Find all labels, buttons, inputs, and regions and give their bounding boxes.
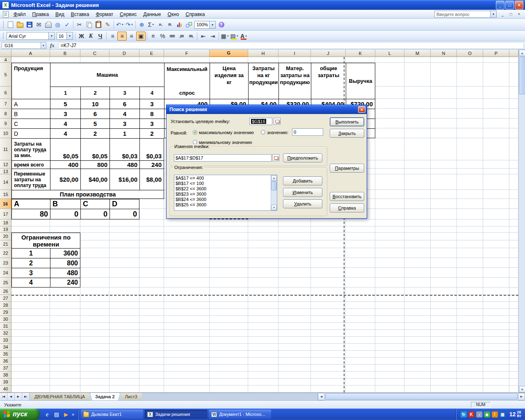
grid-cell[interactable] xyxy=(278,219,311,226)
taskbar-clock[interactable]: 12 28 Вт xyxy=(507,411,521,418)
grid-cell[interactable] xyxy=(404,109,431,119)
grid-cell[interactable] xyxy=(164,372,210,379)
grid-cell[interactable] xyxy=(311,226,346,233)
grid-cell[interactable] xyxy=(346,268,375,278)
taskbar-button-folder[interactable]: Дьякова Екат1 xyxy=(81,410,143,419)
grid-cell[interactable] xyxy=(346,330,375,337)
grid-cell[interactable] xyxy=(139,330,164,337)
taskbar-button-word[interactable]: Документ1 - Microso... xyxy=(209,410,271,419)
grid-cell[interactable] xyxy=(278,57,311,63)
grid-cell[interactable] xyxy=(248,379,278,386)
grid-cell[interactable] xyxy=(210,226,248,233)
grid-cell[interactable] xyxy=(311,337,346,344)
row-header-4[interactable]: 4 xyxy=(0,57,11,63)
grid-cell[interactable] xyxy=(375,128,404,138)
chart-wizard-icon[interactable] xyxy=(175,20,184,29)
grid-cell[interactable] xyxy=(50,295,80,302)
grid-cell[interactable] xyxy=(311,386,346,393)
grid-cell[interactable] xyxy=(139,258,164,268)
show-desktop-icon[interactable]: ▤ xyxy=(53,411,60,418)
grid-cell[interactable] xyxy=(483,268,509,278)
cell-B25[interactable]: 240 xyxy=(50,278,80,288)
grid-cell[interactable] xyxy=(248,365,278,372)
grid-cell[interactable] xyxy=(375,379,404,386)
grid-cell[interactable] xyxy=(139,57,164,63)
grid-cell[interactable] xyxy=(375,288,404,295)
grid-cell[interactable] xyxy=(11,323,50,330)
scroll-down-icon[interactable]: ▼ xyxy=(271,205,277,210)
grid-cell[interactable] xyxy=(248,233,278,240)
increase-indent-icon[interactable]: ⇥ xyxy=(208,32,217,41)
sheet-tab[interactable]: Лист3 xyxy=(120,393,143,400)
grid-cell[interactable] xyxy=(483,128,509,138)
row-header-38[interactable]: 38 xyxy=(0,372,11,379)
scroll-up-icon[interactable]: ▲ xyxy=(519,50,525,56)
grid-cell[interactable] xyxy=(431,351,457,358)
grid-cell[interactable] xyxy=(509,226,518,233)
column-header-blank[interactable] xyxy=(509,50,518,57)
zoom-combo[interactable]: 100%▼ xyxy=(194,21,216,29)
dropdown-arrow-icon[interactable]: ▼ xyxy=(227,35,229,37)
grid-cell[interactable] xyxy=(404,160,431,169)
grid-cell[interactable] xyxy=(278,302,311,309)
radio-max-value[interactable] xyxy=(193,130,197,135)
grid-cell[interactable] xyxy=(11,316,50,323)
grid-cell[interactable] xyxy=(11,379,50,386)
restore-icon[interactable]: □ xyxy=(505,1,514,9)
grid-cell[interactable] xyxy=(139,379,164,386)
align-left-icon[interactable]: ≡ xyxy=(108,32,117,41)
name-box-dropdown-icon[interactable]: ▼ xyxy=(41,42,46,49)
grid-cell[interactable] xyxy=(404,119,431,128)
grid-cell[interactable] xyxy=(210,337,248,344)
grid-cell[interactable] xyxy=(457,240,483,248)
grid-cell[interactable] xyxy=(483,226,509,233)
menu-item[interactable]: Файл xyxy=(10,10,29,18)
row-header-26[interactable]: 26 xyxy=(0,288,11,295)
listbox-scrollbar[interactable]: ▲ ▼ xyxy=(271,175,277,210)
grid-cell[interactable] xyxy=(139,344,164,351)
grid-cell[interactable] xyxy=(375,309,404,316)
grid-cell[interactable] xyxy=(346,323,375,330)
grid-cell[interactable] xyxy=(431,330,457,337)
grid-cell[interactable] xyxy=(346,219,375,226)
grid-cell[interactable] xyxy=(509,219,518,226)
grid-cell[interactable] xyxy=(431,278,457,288)
grid-cell[interactable] xyxy=(248,344,278,351)
column-header-B[interactable]: B xyxy=(50,50,80,57)
grid-cell[interactable] xyxy=(483,372,509,379)
cell-A12[interactable]: время всего xyxy=(11,160,50,169)
grid-cell[interactable] xyxy=(139,288,164,295)
row-header-28[interactable]: 28 xyxy=(0,302,11,309)
grid-cell[interactable] xyxy=(509,358,518,365)
grid-cell[interactable] xyxy=(404,57,431,63)
close-dialog-button[interactable]: Закрыть xyxy=(330,129,364,138)
grid-cell[interactable] xyxy=(278,323,311,330)
percent-icon[interactable]: % xyxy=(158,32,167,41)
grid-cell[interactable] xyxy=(509,258,518,268)
cell-B6[interactable]: 1 xyxy=(50,87,80,99)
grid-cell[interactable] xyxy=(80,365,110,372)
grid-cell[interactable] xyxy=(431,268,457,278)
grid-cell[interactable] xyxy=(483,63,509,87)
grid-cell[interactable] xyxy=(110,240,139,248)
row-header-14[interactable]: 14 xyxy=(0,174,11,190)
delete-constraint-button[interactable]: Удалить xyxy=(283,199,322,208)
grid-cell[interactable] xyxy=(164,288,210,295)
column-header-E[interactable]: E xyxy=(139,50,164,57)
grid-cell[interactable] xyxy=(375,258,404,268)
grid-cell[interactable] xyxy=(457,219,483,226)
grid-cell[interactable] xyxy=(80,316,110,323)
grid-cell[interactable] xyxy=(509,63,518,87)
cell-E10[interactable]: 2 xyxy=(139,128,164,138)
grid-cell[interactable] xyxy=(346,358,375,365)
row-header-7[interactable]: 7 xyxy=(0,99,11,109)
new-workbook-icon[interactable] xyxy=(6,20,15,29)
grid-cell[interactable] xyxy=(311,323,346,330)
target-cell-field[interactable]: $G$16 xyxy=(249,118,272,125)
grid-cell[interactable] xyxy=(139,240,164,248)
grid-cell[interactable] xyxy=(483,365,509,372)
row-header-16[interactable]: 16 xyxy=(0,199,11,209)
grid-cell[interactable] xyxy=(375,219,404,226)
grid-cell[interactable] xyxy=(431,365,457,372)
email-icon[interactable]: ✉ xyxy=(34,20,43,29)
